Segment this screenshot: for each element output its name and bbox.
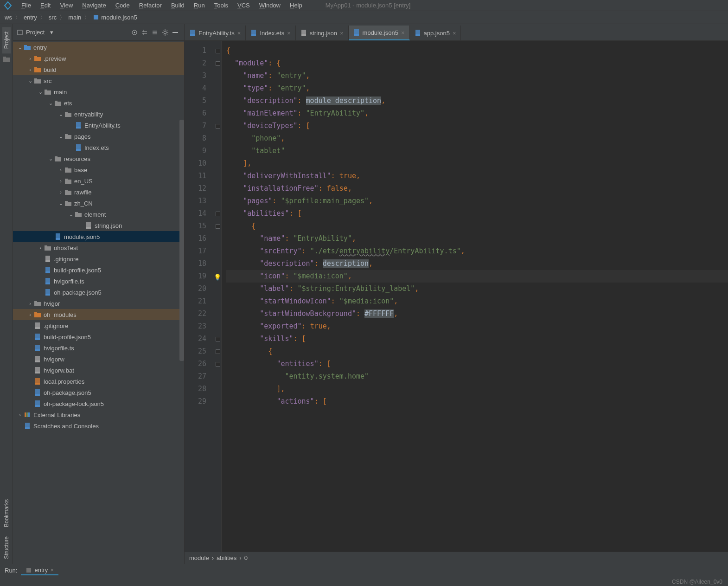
crumb-module[interactable]: module xyxy=(189,554,209,561)
code-line[interactable]: "tablet" xyxy=(226,145,728,157)
breadcrumb-main[interactable]: main xyxy=(66,14,83,21)
code-line[interactable]: "startWindowIcon": "$media:icon", xyxy=(226,295,728,308)
code-line[interactable]: "entities": [ xyxy=(226,358,728,370)
tree-item--gitignore[interactable]: .gitignore xyxy=(13,253,184,264)
structure-tool-tab[interactable]: Structure xyxy=(2,532,11,564)
tree-item-hvigorw[interactable]: hvigorw xyxy=(13,354,184,365)
fold-marker-icon[interactable] xyxy=(216,362,220,367)
tree-scrollbar[interactable] xyxy=(179,120,184,361)
code-line[interactable]: "srcEntry": "./ets/entryability/EntryAbi… xyxy=(226,245,728,258)
collapse-all-icon[interactable] xyxy=(150,27,160,38)
tree-item-hvigorw-bat[interactable]: hvigorw.bat xyxy=(13,365,184,376)
tree-item-build-profile-json5[interactable]: build-profile.json5 xyxy=(13,264,184,276)
tree-item-entry[interactable]: ⌄entry xyxy=(13,42,184,53)
code-line[interactable]: "entity.system.home" xyxy=(226,370,728,383)
fold-marker-icon[interactable] xyxy=(216,337,220,341)
tree-item-string-json[interactable]: string.json xyxy=(13,220,184,231)
close-icon[interactable]: × xyxy=(340,30,344,37)
menu-refactor[interactable]: Refactor xyxy=(134,2,166,9)
close-icon[interactable]: × xyxy=(401,29,405,36)
tree-item-oh-modules[interactable]: ›oh_modules xyxy=(13,309,184,320)
tree-item-entryability[interactable]: ⌄entryability xyxy=(13,109,184,120)
breadcrumb-src[interactable]: src xyxy=(47,14,58,21)
hide-icon[interactable] xyxy=(170,27,180,38)
tree-item-oh-package-lock-json5[interactable]: oh-package-lock.json5 xyxy=(13,398,184,409)
code-line[interactable]: "description": module description, xyxy=(226,95,728,107)
code-line[interactable]: "deviceTypes": [ xyxy=(226,120,728,132)
tree-item-local-properties[interactable]: local.properties xyxy=(13,376,184,387)
tab-index-ets[interactable]: Index.ets× xyxy=(246,26,295,40)
breadcrumb-entry[interactable]: entry xyxy=(22,14,39,21)
fold-marker-icon[interactable] xyxy=(216,212,220,216)
tree-arrow-icon[interactable]: › xyxy=(57,189,64,195)
tree-arrow-icon[interactable]: ⌄ xyxy=(47,156,54,162)
tree-item-external-libraries[interactable]: ›External Libraries xyxy=(13,409,184,420)
tab-module-json5[interactable]: module.json5× xyxy=(349,26,410,40)
code-line[interactable]: "icon": "$media:icon", xyxy=(226,270,728,283)
close-icon[interactable]: × xyxy=(237,30,241,37)
tree-arrow-icon[interactable]: › xyxy=(27,312,33,317)
code-editor[interactable]: 1234567891011121314151617181920212223242… xyxy=(185,41,728,552)
menu-help[interactable]: Help xyxy=(285,2,307,9)
code-line[interactable]: "module": { xyxy=(226,57,728,70)
tree-arrow-icon[interactable]: › xyxy=(17,412,23,418)
tree-arrow-icon[interactable]: › xyxy=(27,301,33,306)
menu-tools[interactable]: Tools xyxy=(210,2,233,9)
close-icon[interactable]: × xyxy=(50,567,54,573)
code-lines[interactable]: { "module": { "name": "entry", "type": "… xyxy=(222,41,728,552)
breadcrumb-module.json5[interactable]: module.json5 xyxy=(91,14,139,21)
menu-file[interactable]: File xyxy=(17,2,36,9)
expand-all-icon[interactable] xyxy=(140,27,150,38)
menu-run[interactable]: Run xyxy=(189,2,210,9)
tree-item-hvigorfile-ts[interactable]: hvigorfile.ts xyxy=(13,276,184,287)
crumb-abilities[interactable]: abilities xyxy=(217,554,236,561)
tree-item-rawfile[interactable]: ›rawfile xyxy=(13,187,184,198)
code-line[interactable]: "skills": [ xyxy=(226,333,728,345)
tree-arrow-icon[interactable]: ⌄ xyxy=(17,45,23,51)
code-line[interactable]: "name": "entry", xyxy=(226,70,728,82)
crumb-index[interactable]: 0 xyxy=(244,554,248,561)
folder-icon[interactable] xyxy=(3,56,10,63)
code-line[interactable]: "exported": true, xyxy=(226,320,728,333)
project-tree[interactable]: ⌄entry›.preview›build⌄src⌄main⌄ets⌄entry… xyxy=(13,41,184,564)
breadcrumb-ws[interactable]: ws xyxy=(3,14,14,21)
project-panel-title[interactable]: Project ▾ xyxy=(17,29,53,36)
tree-item-resources[interactable]: ⌄resources xyxy=(13,153,184,164)
tree-arrow-icon[interactable]: › xyxy=(27,67,33,72)
tree-item-build[interactable]: ›build xyxy=(13,64,184,75)
code-line[interactable]: "description": description, xyxy=(226,258,728,270)
code-line[interactable]: { xyxy=(226,220,728,232)
code-line[interactable]: "name": "EntryAbility", xyxy=(226,232,728,245)
tree-item-hvigorfile-ts[interactable]: hvigorfile.ts xyxy=(13,342,184,354)
menu-view[interactable]: View xyxy=(55,2,77,9)
tree-arrow-icon[interactable]: ⌄ xyxy=(27,78,33,84)
code-line[interactable]: "mainElement": "EntryAbility", xyxy=(226,107,728,120)
code-line[interactable]: { xyxy=(226,45,728,57)
tree-arrow-icon[interactable]: ⌄ xyxy=(57,200,64,206)
menu-build[interactable]: Build xyxy=(166,2,189,9)
tree-arrow-icon[interactable]: › xyxy=(37,245,44,251)
tree-item-hvigor[interactable]: ›hvigor xyxy=(13,298,184,309)
code-line[interactable]: "type": "entry", xyxy=(226,82,728,95)
tree-item-oh-package-json5[interactable]: oh-package.json5 xyxy=(13,387,184,398)
fold-marker-icon[interactable] xyxy=(216,224,220,229)
tree-arrow-icon[interactable]: ⌄ xyxy=(68,212,74,218)
tab-app-json5[interactable]: app.json5× xyxy=(410,26,461,40)
tree-arrow-icon[interactable]: › xyxy=(57,167,64,173)
code-line[interactable]: "installationFree": false, xyxy=(226,182,728,195)
close-icon[interactable]: × xyxy=(287,30,291,37)
tree-arrow-icon[interactable]: ⌄ xyxy=(57,111,64,117)
code-line[interactable]: "pages": "$profile:main_pages", xyxy=(226,195,728,207)
bookmarks-tool-tab[interactable]: Bookmarks xyxy=(2,495,11,532)
tree-item-pages[interactable]: ⌄pages xyxy=(13,131,184,142)
tree-arrow-icon[interactable]: › xyxy=(27,56,33,61)
tree-arrow-icon[interactable]: ⌄ xyxy=(37,89,44,95)
code-line[interactable]: "actions": [ xyxy=(226,395,728,408)
menu-navigate[interactable]: Navigate xyxy=(77,2,110,9)
tree-item-ohostest[interactable]: ›ohosTest xyxy=(13,242,184,253)
tree-item-module-json5[interactable]: module.json5 xyxy=(13,231,184,242)
project-tool-tab[interactable]: Project xyxy=(2,27,11,53)
menu-vcs[interactable]: VCS xyxy=(233,2,255,9)
tree-item-scratches-and-consoles[interactable]: Scratches and Consoles xyxy=(13,420,184,431)
code-line[interactable]: "phone", xyxy=(226,132,728,145)
